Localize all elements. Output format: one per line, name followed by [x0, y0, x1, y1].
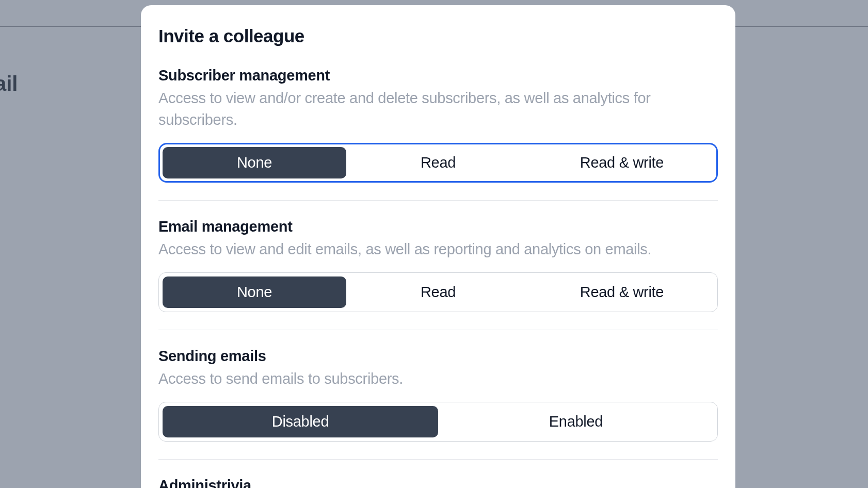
section-description: Access to send emails to subscribers.	[158, 368, 718, 389]
section-sending-emails: Sending emails Access to send emails to …	[158, 348, 718, 460]
segmented-control-email-management[interactable]: None Read Read & write	[158, 272, 718, 312]
segment-disabled[interactable]: Disabled	[163, 406, 438, 437]
invite-colleague-modal: Invite a colleague Subscriber management…	[141, 5, 735, 488]
section-administrivia: Administrivia	[158, 477, 718, 488]
segment-read[interactable]: Read	[346, 147, 530, 178]
segment-none[interactable]: None	[163, 147, 346, 178]
segmented-control-sending-emails[interactable]: Disabled Enabled	[158, 402, 718, 442]
section-title: Sending emails	[158, 348, 718, 365]
section-subscriber-management: Subscriber management Access to view and…	[158, 67, 718, 201]
section-description: Access to view and edit emails, as well …	[158, 238, 718, 260]
modal-title: Invite a colleague	[158, 26, 718, 46]
section-title: Administrivia	[158, 477, 718, 488]
section-title: Subscriber management	[158, 67, 718, 84]
segment-enabled[interactable]: Enabled	[438, 406, 714, 437]
section-description: Access to view and/or create and delete …	[158, 87, 718, 131]
segment-read[interactable]: Read	[346, 276, 530, 308]
segment-read-write[interactable]: Read & write	[530, 147, 714, 178]
segment-none[interactable]: None	[163, 276, 346, 308]
segment-read-write[interactable]: Read & write	[530, 276, 714, 308]
section-title: Email management	[158, 218, 718, 235]
backdrop-partial-text: ail	[0, 72, 18, 95]
segmented-control-subscriber-management[interactable]: None Read Read & write	[158, 143, 718, 183]
section-email-management: Email management Access to view and edit…	[158, 218, 718, 330]
